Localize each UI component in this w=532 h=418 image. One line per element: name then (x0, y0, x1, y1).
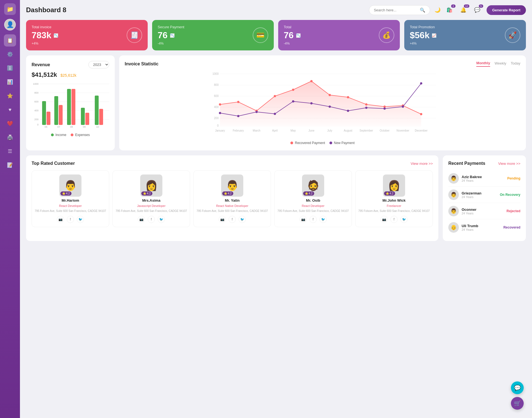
svg-text:600: 600 (34, 100, 39, 103)
bell-icon-btn[interactable]: 🔔 12 (458, 5, 468, 15)
cart-icon-btn[interactable]: 🛍️ 2 (444, 5, 454, 15)
revenue-amount: $41,512k (32, 71, 57, 78)
svg-point-59 (383, 107, 386, 110)
instagram-icon-2[interactable]: 📷 (219, 216, 226, 223)
sidebar-avatar[interactable]: 👤 (4, 19, 16, 30)
svg-text:July: July (327, 129, 332, 132)
svg-point-43 (310, 80, 313, 82)
bar-legend: Income Expenses (32, 133, 109, 137)
stat-card-total-invoice: Total invoice 783k 📉 +4% 🧾 (26, 20, 148, 50)
payment-age-0: 24 Years (462, 179, 505, 182)
page-title: Dashboard 8 (26, 6, 365, 14)
invoice-line-chart: 1000 800 600 400 200 0 (125, 71, 520, 138)
customer-card-2: 👨 ⭐ 4.2 Mr. Yatin React Native Developer… (193, 170, 271, 227)
recovered-payment-legend-dot (290, 142, 293, 144)
customers-view-more[interactable]: View more >> (411, 161, 433, 166)
revenue-chart-header: Revenue 2023 2022 2021 (32, 61, 109, 68)
sidebar-item-analytics[interactable]: 📊 (4, 76, 16, 88)
customer-name-1: Mrs.Asima (142, 198, 160, 202)
svg-point-51 (237, 115, 239, 117)
invoice-legend: Recovered Payment New Payment (125, 141, 520, 145)
tab-today[interactable]: Today (511, 61, 520, 67)
customer-socials-4: 📷 f 🐦 (380, 216, 408, 223)
payments-view-more[interactable]: View more >> (498, 161, 520, 166)
customer-socials-2: 📷 f 🐦 (219, 216, 246, 223)
payment-age-1: 24 Years (462, 195, 497, 199)
sidebar-item-notes[interactable]: 📝 (4, 159, 16, 171)
twitter-icon-4[interactable]: 🐦 (400, 216, 408, 223)
svg-text:January: January (215, 129, 225, 132)
payment-avatar-0: 👨 (448, 173, 459, 184)
svg-text:April: April (272, 129, 278, 132)
sidebar-item-favorites[interactable]: ⭐ (4, 90, 16, 102)
twitter-icon-3[interactable]: 🐦 (319, 216, 327, 223)
sidebar-item-menu[interactable]: ☰ (4, 145, 16, 157)
stat-card-value: 783k 📉 (32, 30, 58, 40)
year-select[interactable]: 2023 2022 2021 (88, 61, 109, 68)
svg-point-46 (365, 103, 367, 106)
instagram-icon-0[interactable]: 📷 (57, 216, 64, 223)
facebook-icon-1[interactable]: f (148, 216, 155, 223)
instagram-icon-3[interactable]: 📷 (300, 216, 307, 223)
svg-point-50 (219, 112, 221, 114)
stat-card-icon: 🧾 (127, 27, 142, 43)
svg-text:May: May (291, 129, 296, 132)
svg-point-53 (274, 113, 276, 115)
theme-toggle-icon[interactable]: 🌙 (434, 7, 441, 13)
stat-cards-section: Total invoice 783k 📉 +4% 🧾 Secure Paymen… (26, 20, 526, 50)
svg-text:August: August (344, 129, 352, 132)
payment-status-2: Rejected (507, 209, 520, 213)
facebook-icon-3[interactable]: f (310, 216, 317, 223)
svg-text:September: September (360, 129, 374, 132)
revenue-title: Revenue (32, 62, 50, 67)
invoice-chart-header: Invoice Statistic Monthly Weekly Today (125, 61, 520, 67)
svg-text:0: 0 (37, 123, 39, 126)
svg-text:1000: 1000 (213, 72, 219, 75)
generate-report-button[interactable]: Generate Report (487, 5, 526, 15)
instagram-icon-1[interactable]: 📷 (138, 216, 145, 223)
payment-item-1: 👨 Griezerman 24 Years On Recovery (448, 187, 520, 203)
sidebar-item-likes[interactable]: ♥ (4, 104, 16, 116)
payment-age-3: 24 Years (462, 228, 501, 231)
sidebar-logo[interactable]: 📁 (4, 3, 16, 15)
search-bar[interactable]: 🔍 (369, 5, 430, 15)
rating-badge-4: ⭐ 4.2 (384, 191, 395, 196)
stat-card-total: Total 76 📉 -4% 💰 (278, 20, 400, 50)
search-input[interactable] (374, 8, 418, 12)
chat-fab[interactable]: 💬 (511, 381, 524, 394)
svg-point-57 (347, 110, 349, 112)
svg-point-44 (329, 94, 331, 96)
twitter-icon-1[interactable]: 🐦 (158, 216, 165, 223)
payments-card: Recent Payments View more >> 👨 Aziz Bakr… (443, 155, 526, 241)
revenue-chart-card: Revenue 2023 2022 2021 $41,512k $25,612k (26, 55, 115, 150)
svg-text:07: 07 (57, 125, 60, 128)
svg-rect-20 (99, 109, 103, 125)
cart-fab[interactable]: 🛒 (511, 397, 524, 410)
twitter-icon-2[interactable]: 🐦 (239, 216, 246, 223)
instagram-icon-4[interactable]: 📷 (380, 216, 388, 223)
bottom-row: Top Rated Customer View more >> 👨 ⭐ 4.2 … (26, 155, 526, 241)
chat-icon-btn[interactable]: 💬 5 (472, 5, 482, 15)
svg-rect-12 (47, 112, 50, 125)
sidebar-item-dashboard[interactable]: 📋 (4, 34, 16, 47)
sidebar-item-hearts[interactable]: ❤️ (4, 117, 16, 130)
customer-address-4: 795 Folsom Ave, Suite 600 San Francisco,… (358, 209, 430, 213)
sidebar-item-info[interactable]: ℹ️ (4, 62, 16, 74)
customer-card-0: 👨 ⭐ 4.2 Mr.Hariom React Developer 795 Fo… (32, 170, 109, 227)
customer-name-4: Mr.John Wick (382, 198, 406, 202)
payment-name-0: Aziz Bakree (462, 175, 505, 179)
tab-weekly[interactable]: Weekly (495, 61, 506, 67)
svg-point-54 (292, 100, 294, 102)
facebook-icon-0[interactable]: f (67, 216, 74, 223)
facebook-icon-2[interactable]: f (229, 216, 236, 223)
customer-avatar-1: 👩 ⭐ 4.2 (140, 175, 162, 197)
payment-age-2: 24 Years (462, 212, 504, 215)
sidebar-item-settings[interactable]: ⚙️ (4, 48, 16, 60)
facebook-icon-4[interactable]: f (390, 216, 398, 223)
stat-card-label: Secure Payment (158, 25, 184, 29)
tab-monthly[interactable]: Monthly (476, 61, 490, 67)
customer-name-3: Mr. Osib (306, 198, 320, 202)
svg-point-38 (219, 103, 221, 106)
twitter-icon-0[interactable]: 🐦 (77, 216, 84, 223)
sidebar-item-print[interactable]: 🖨️ (4, 131, 16, 143)
